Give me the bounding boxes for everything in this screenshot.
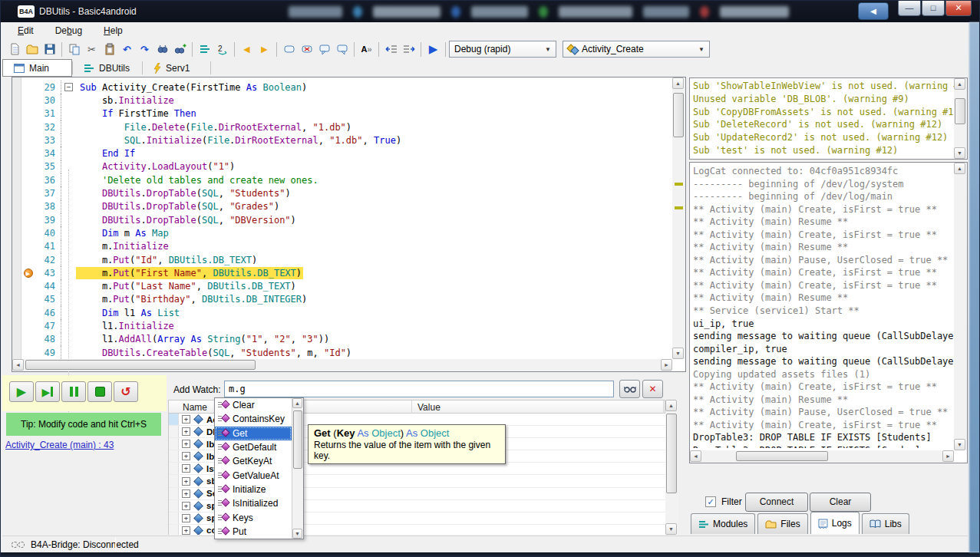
autocomplete-item[interactable]: GetValueAt — [215, 468, 292, 482]
paste-button[interactable] — [101, 41, 117, 58]
row-selector[interactable] — [169, 500, 179, 512]
code-line[interactable]: 32 File.Delete(File.DirRootExternal, "1.… — [12, 120, 672, 133]
redo-button[interactable]: ↷ — [137, 41, 153, 58]
menu-help[interactable]: Help — [94, 24, 132, 38]
connect-button[interactable]: Connect — [745, 493, 808, 512]
code-line[interactable]: 31 If FirstTime Then — [12, 107, 672, 120]
expand-icon[interactable]: + — [182, 502, 190, 510]
log-hscrollbar[interactable]: ◄ ► — [690, 450, 954, 463]
code-line[interactable]: 40 Dim m As Map — [12, 226, 672, 239]
scroll-down-icon[interactable]: ▼ — [665, 523, 677, 535]
autocomplete-item[interactable]: Put — [215, 525, 292, 539]
code-line[interactable]: 35 Activity.LoadLayout("1") — [12, 160, 672, 173]
tab-modules[interactable]: Modules — [691, 513, 755, 534]
code-line[interactable]: 49 DBUtils.CreateTable(SQL, "Students", … — [12, 346, 672, 359]
scroll-thumb[interactable] — [25, 360, 256, 370]
row-selector[interactable] — [169, 475, 179, 486]
tab-files[interactable]: Files — [757, 513, 807, 534]
expand-icon[interactable]: + — [182, 514, 190, 522]
scroll-thumb[interactable] — [955, 98, 965, 124]
code-line[interactable]: 41 m.Initialize — [12, 240, 672, 253]
menu-debug[interactable]: Debug — [46, 24, 91, 38]
tab-libs[interactable]: Libs — [862, 513, 909, 534]
find-add-button[interactable] — [172, 41, 188, 58]
maximize-button[interactable]: □ — [922, 1, 945, 16]
quick-uncomment-button[interactable] — [334, 41, 350, 58]
code-line[interactable]: 34 End If — [12, 147, 672, 160]
code-line[interactable]: 39 DBUtils.DropTable(SQL, "DBVersion") — [12, 213, 672, 226]
clear-button[interactable]: Clear — [810, 493, 871, 512]
scroll-up-icon[interactable]: ▲ — [665, 400, 677, 411]
titlebar[interactable]: B4A DBUtils - Basic4android ◄ — □ ✕ — [1, 1, 980, 22]
cut-button[interactable]: ✂ — [84, 41, 100, 58]
scroll-right-icon[interactable]: ► — [942, 450, 954, 462]
scroll-left-icon[interactable]: ◄ — [12, 359, 24, 371]
code-line[interactable]: 47 l1.Initialize — [12, 319, 672, 332]
code-line[interactable]: 44 m.Put("Last Name", DBUtils.DB_TEXT) — [12, 279, 672, 292]
expand-icon[interactable]: + — [182, 427, 190, 436]
tab-dbutils[interactable]: DBUtils — [73, 59, 142, 77]
autocomplete-scrollbar[interactable]: ▲ ▼ — [292, 398, 303, 539]
scroll-thumb[interactable] — [673, 93, 684, 137]
row-selector[interactable] — [169, 450, 179, 462]
new-file-button[interactable] — [6, 41, 22, 58]
row-selector[interactable] — [169, 426, 179, 437]
expand-icon[interactable]: + — [182, 452, 190, 460]
target-select[interactable]: Activity_Create▼ — [563, 41, 710, 58]
autocomplete-button[interactable]: A» — [358, 41, 375, 58]
copy-button[interactable] — [66, 41, 82, 58]
code-area[interactable]: 29Sub Activity_Create(FirstTime As Boole… — [12, 77, 672, 359]
uncomment-button[interactable] — [299, 41, 315, 58]
tab-logs[interactable]: Logs — [810, 512, 860, 534]
close-button[interactable]: ✕ — [945, 1, 972, 16]
watch-vscrollbar[interactable]: ▲ ▼ — [665, 400, 678, 535]
save-button[interactable] — [41, 41, 58, 58]
watch-delete-button[interactable]: ✕ — [642, 380, 663, 398]
scroll-up-icon[interactable]: ▲ — [292, 398, 302, 408]
autocomplete-item[interactable]: GetDefault — [215, 440, 292, 454]
expand-icon[interactable]: + — [182, 440, 190, 448]
stop-button[interactable] — [87, 381, 112, 402]
expand-icon[interactable]: + — [182, 526, 190, 535]
restart-button[interactable]: ↺ — [114, 381, 138, 402]
overlay-back-button[interactable]: ◄ — [858, 2, 889, 20]
code-line[interactable]: 38 DBUtils.DropTable(SQL, "Grades") — [12, 200, 672, 213]
minimize-button[interactable]: — — [898, 1, 921, 16]
scroll-thumb[interactable] — [736, 451, 828, 461]
scroll-thumb[interactable] — [293, 410, 302, 469]
expand-icon[interactable]: + — [182, 464, 190, 473]
comment-button[interactable] — [281, 41, 297, 58]
autocomplete-item[interactable]: Clear — [215, 398, 292, 412]
row-selector[interactable] — [169, 513, 179, 524]
goto-line-button[interactable]: 2 — [214, 41, 230, 58]
menu-edit[interactable]: Edit — [8, 24, 43, 38]
code-line[interactable]: 46 Dim l1 As List — [12, 306, 672, 319]
fold-toggle-icon[interactable]: − — [64, 83, 73, 91]
code-line[interactable]: 45 m.Put("Birthday", DBUtils.DB_INTEGER) — [12, 293, 672, 306]
row-selector[interactable] — [169, 525, 179, 535]
pause-button[interactable] — [61, 381, 86, 402]
stack-location-link[interactable]: Activity_Create (main) : 43 — [5, 440, 114, 450]
tab-main[interactable]: Main — [2, 59, 72, 77]
quick-comment-button[interactable] — [316, 41, 332, 58]
code-line[interactable]: 43 m.Put("First Name", DBUtils.DB_TEXT) — [12, 266, 672, 279]
scroll-left-icon[interactable]: ◄ — [690, 450, 701, 462]
scroll-down-icon[interactable]: ▼ — [954, 147, 965, 159]
expand-icon[interactable]: + — [182, 477, 190, 486]
expand-icon[interactable]: + — [182, 415, 190, 424]
row-selector[interactable] — [169, 438, 179, 450]
code-editor[interactable]: 29Sub Activity_Create(FirstTime As Boole… — [12, 77, 686, 372]
scroll-up-icon[interactable]: ▲ — [672, 77, 684, 89]
scroll-down-icon[interactable]: ▼ — [954, 439, 965, 450]
code-line[interactable]: 37 DBUtils.DropTable(SQL, "Students") — [12, 186, 672, 199]
bookmarks-button[interactable] — [196, 41, 213, 58]
code-line[interactable]: 48 l1.AddAll(Array As String("1", "2", "… — [12, 333, 672, 346]
editor-hscrollbar[interactable]: ◄ ► — [12, 359, 672, 371]
scroll-thumb[interactable] — [666, 414, 677, 493]
code-line[interactable]: 33 SQL.Initialize(File.DirRootExternal, … — [12, 133, 672, 147]
step-button[interactable]: ▶ — [35, 381, 60, 402]
autocomplete-item[interactable]: Initialize — [215, 483, 292, 496]
autocomplete-item[interactable]: IsInitialized — [215, 496, 292, 510]
code-line[interactable]: 30 sb.Initialize — [12, 94, 672, 107]
navigate-back-button[interactable]: ◄ — [239, 41, 255, 58]
